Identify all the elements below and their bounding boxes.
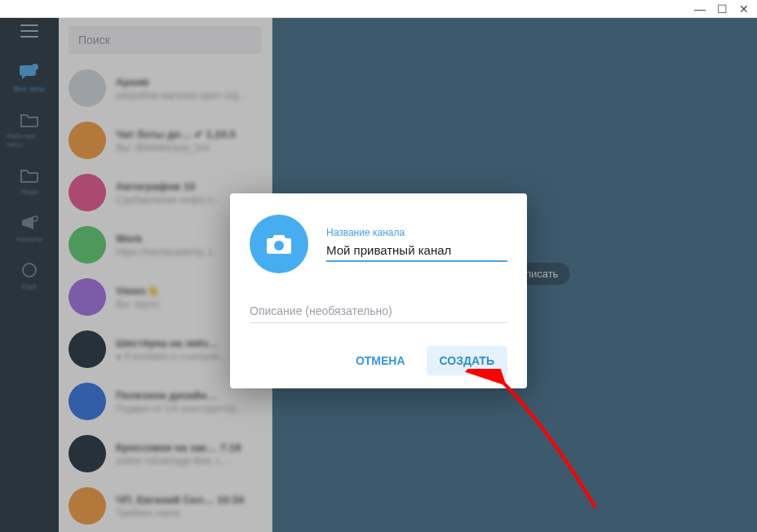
minimize-icon[interactable]: — [694,3,706,15]
maximize-icon[interactable]: ☐ [717,3,728,15]
app-root: Все чаты Рабочие чаты Люди Каналы Ещё [0,18,757,532]
close-icon[interactable]: ✕ [739,3,749,15]
camera-icon [265,233,293,255]
svg-point-3 [274,241,284,250]
set-photo-button[interactable] [250,215,308,273]
create-channel-modal: Название канала ОТМЕНА СОЗДАТЬ [230,193,527,388]
cancel-button[interactable]: ОТМЕНА [343,346,418,375]
channel-description-input[interactable] [250,301,507,323]
channel-name-label: Название канала [326,227,507,238]
channel-name-input[interactable] [326,242,507,262]
create-button[interactable]: СОЗДАТЬ [427,346,507,375]
window-titlebar: — ☐ ✕ [0,0,757,18]
